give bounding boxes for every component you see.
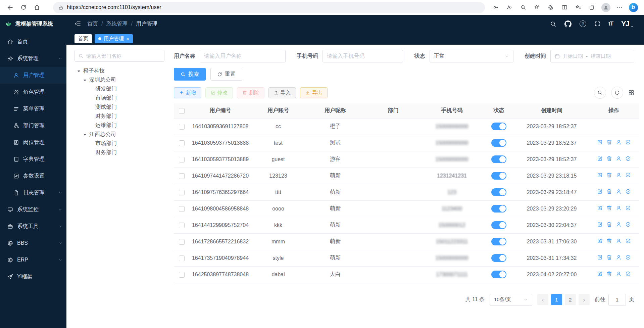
status-toggle[interactable]: [491, 254, 506, 262]
select-all-checkbox[interactable]: [179, 108, 185, 114]
profile-avatar[interactable]: [600, 1, 612, 13]
goto-page-input[interactable]: [608, 294, 626, 306]
assign-role-icon[interactable]: [625, 139, 631, 145]
delete-icon[interactable]: [606, 205, 612, 211]
delete-button[interactable]: 删除: [237, 87, 264, 98]
row-checkbox[interactable]: [179, 190, 185, 195]
import-button[interactable]: 导入: [268, 87, 296, 98]
tree-node[interactable]: 市场部门: [75, 139, 164, 148]
status-toggle[interactable]: [491, 172, 506, 180]
row-checkbox[interactable]: [179, 239, 185, 245]
sidebar-item-posts[interactable]: 岗位管理: [0, 134, 66, 151]
assign-role-icon[interactable]: [625, 156, 631, 161]
assign-role-icon[interactable]: [625, 238, 631, 244]
sidebar-item-monitor[interactable]: 系统监控: [0, 201, 66, 218]
tree-node[interactable]: 市场部门: [75, 94, 164, 103]
tree-node[interactable]: 财务部门: [75, 112, 164, 121]
page-button-2[interactable]: 2: [565, 294, 576, 305]
help-icon[interactable]: ?: [580, 20, 586, 27]
add-button[interactable]: 新增: [174, 87, 201, 98]
sidebar-item-yi-framework[interactable]: Yi框架: [0, 268, 66, 285]
split-screen-icon[interactable]: [558, 1, 571, 13]
status-toggle[interactable]: [491, 221, 506, 229]
tree-node[interactable]: 深圳总公司: [75, 76, 164, 85]
reset-password-icon[interactable]: [616, 172, 622, 178]
fullscreen-icon[interactable]: [594, 21, 600, 27]
column-settings-icon[interactable]: [628, 90, 634, 96]
status-toggle[interactable]: [491, 271, 506, 278]
export-button[interactable]: 导出: [300, 87, 328, 98]
sidebar-item-tools[interactable]: 系统工具: [0, 218, 66, 235]
delete-icon[interactable]: [606, 172, 612, 178]
delete-icon[interactable]: [606, 271, 612, 277]
delete-icon[interactable]: [606, 156, 612, 161]
edit-icon[interactable]: [597, 222, 603, 227]
bing-copilot-icon[interactable]: b: [627, 1, 639, 13]
username-input[interactable]: [204, 53, 281, 59]
edit-icon[interactable]: [597, 172, 603, 178]
reset-password-icon[interactable]: [616, 238, 622, 244]
edit-icon[interactable]: [597, 238, 603, 244]
reset-password-icon[interactable]: [616, 271, 622, 277]
tree-caret-icon[interactable]: [83, 79, 87, 82]
browser-refresh-button[interactable]: [17, 1, 30, 13]
row-checkbox[interactable]: [179, 255, 185, 261]
user-logo[interactable]: YJ: [621, 19, 634, 28]
edit-icon[interactable]: [597, 271, 603, 277]
reset-password-icon[interactable]: [616, 139, 622, 145]
date-range-picker[interactable]: 开始日期 - 结束日期: [550, 50, 634, 62]
collapse-sidebar-icon[interactable]: [75, 20, 81, 27]
read-aloud-icon[interactable]: [503, 1, 515, 13]
browser-home-button[interactable]: [31, 1, 43, 13]
prev-page-button[interactable]: ‹: [537, 294, 548, 305]
delete-icon[interactable]: [606, 139, 612, 145]
sidebar-item-bbs[interactable]: BBS: [0, 235, 66, 251]
next-page-button[interactable]: ›: [579, 294, 590, 305]
address-bar[interactable]: https://ccnetcore.com:1101/system/user: [53, 2, 485, 13]
delete-icon[interactable]: [606, 222, 612, 227]
row-checkbox[interactable]: [179, 272, 185, 278]
status-toggle[interactable]: [491, 139, 506, 147]
assign-role-icon[interactable]: [625, 172, 631, 178]
status-toggle[interactable]: [491, 155, 506, 163]
assign-role-icon[interactable]: [625, 254, 631, 260]
password-key-icon[interactable]: [490, 1, 502, 13]
tree-node[interactable]: 橙子科技: [75, 66, 164, 76]
tab-user-management[interactable]: 用户管理 ×: [95, 34, 133, 43]
browser-back-button[interactable]: [4, 1, 16, 13]
sidebar-item-departments[interactable]: 部门管理: [0, 117, 66, 134]
page-button-1[interactable]: 1: [551, 294, 562, 305]
sidebar-item-erp[interactable]: ERP: [0, 251, 66, 268]
add-favorite-icon[interactable]: [531, 1, 543, 13]
edit-icon[interactable]: [597, 189, 603, 194]
status-toggle[interactable]: [491, 238, 506, 245]
font-size-icon[interactable]: tT: [608, 20, 613, 27]
refresh-table-icon[interactable]: [611, 87, 623, 99]
sidebar-item-system[interactable]: 系统管理: [0, 50, 66, 67]
breadcrumb-system[interactable]: 系统管理: [106, 20, 128, 28]
reset-password-icon[interactable]: [616, 222, 622, 227]
delete-icon[interactable]: [606, 238, 612, 244]
collections-icon[interactable]: [586, 1, 598, 13]
edit-icon[interactable]: [597, 139, 603, 145]
row-checkbox[interactable]: [179, 140, 185, 146]
tree-caret-icon[interactable]: [83, 133, 87, 136]
tree-node[interactable]: 江西总公司: [75, 130, 164, 139]
search-icon[interactable]: [550, 21, 556, 27]
row-checkbox[interactable]: [179, 173, 185, 179]
edit-icon[interactable]: [597, 254, 603, 260]
github-icon[interactable]: [564, 20, 572, 28]
sidebar-item-users[interactable]: 用户管理: [0, 67, 66, 84]
search-button[interactable]: 搜索: [174, 68, 206, 81]
assign-role-icon[interactable]: [625, 271, 631, 277]
site-info-icon[interactable]: [58, 5, 63, 10]
browser-essentials-icon[interactable]: [545, 1, 557, 13]
phone-input[interactable]: [327, 53, 399, 59]
tree-node[interactable]: 研发部门: [75, 85, 164, 94]
status-toggle[interactable]: [491, 205, 506, 213]
breadcrumb-home[interactable]: 首页: [87, 20, 98, 28]
row-checkbox[interactable]: [179, 206, 185, 212]
favorites-icon[interactable]: [572, 1, 584, 13]
edit-icon[interactable]: [597, 156, 603, 161]
page-size-select[interactable]: 10条/页: [490, 294, 532, 306]
